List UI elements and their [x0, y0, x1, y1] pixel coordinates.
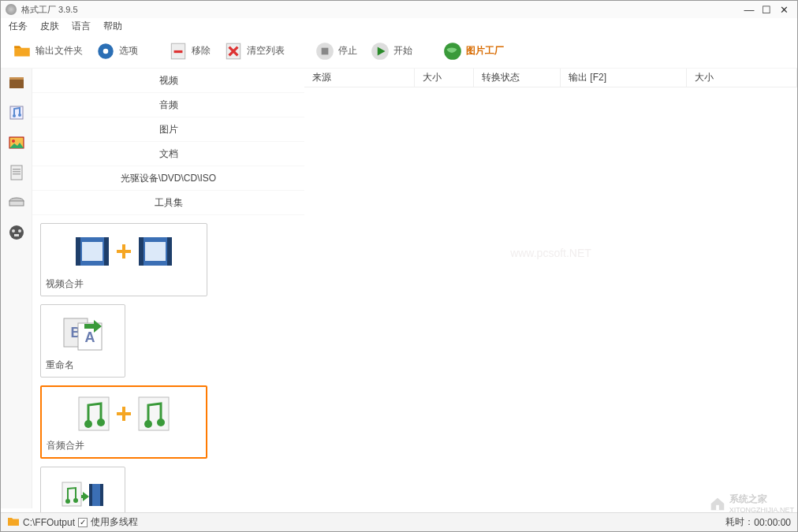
folder-small-icon: [7, 515, 20, 529]
col-source[interactable]: 来源: [304, 69, 415, 87]
app-icon: [6, 4, 17, 15]
clear-list-button[interactable]: 清空列表: [220, 39, 288, 63]
svg-rect-21: [9, 201, 24, 206]
col-state[interactable]: 转换状态: [474, 69, 561, 87]
svg-rect-33: [145, 242, 166, 261]
mux-icon: [46, 472, 120, 518]
house-icon: [709, 495, 726, 512]
category-list: 视频 音频 图片 文档 光驱设备\DVD\CD\ISO 工具集: [32, 69, 304, 215]
picture-category-icon[interactable]: [7, 133, 26, 152]
svg-rect-41: [139, 397, 169, 430]
svg-point-12: [13, 114, 16, 117]
folder-icon: [12, 41, 32, 61]
svg-rect-32: [167, 237, 172, 266]
svg-rect-18: [13, 171, 21, 173]
elapsed-label: 耗时：: [725, 515, 754, 529]
output-path[interactable]: C:\FFOutput: [23, 517, 75, 528]
multithread-checkbox[interactable]: [78, 518, 88, 527]
svg-point-1: [103, 48, 109, 54]
left-icon-bar: [1, 69, 32, 508]
watermark-center: www.pcsoft.NET: [510, 247, 591, 259]
svg-rect-29: [82, 242, 103, 261]
window-title: 格式工厂 3.9.5: [21, 4, 740, 16]
file-list-panel: 来源 大小 转换状态 输出 [F2] 大小 www.pcsoft.NET: [304, 69, 797, 508]
title-bar: 格式工厂 3.9.5 — ☐ ✕: [1, 1, 797, 18]
col-size[interactable]: 大小: [415, 69, 474, 87]
close-button[interactable]: ✕: [775, 2, 792, 17]
table-header: 来源 大小 转换状态 输出 [F2] 大小: [304, 69, 797, 87]
menu-task[interactable]: 任务: [9, 20, 28, 33]
menu-help[interactable]: 帮助: [103, 20, 122, 33]
play-icon: [370, 41, 390, 61]
main-area: 视频 音频 图片 文档 光驱设备\DVD\CD\ISO 工具集 视频合并 BA …: [1, 69, 797, 508]
svg-text:A: A: [85, 329, 95, 345]
options-button[interactable]: 选项: [92, 39, 141, 63]
tool-rename[interactable]: BA 重命名: [40, 304, 125, 378]
menu-language[interactable]: 语言: [72, 20, 91, 33]
svg-rect-19: [13, 173, 21, 175]
tools-grid: 视频合并 BA 重命名 音频合并 混流: [32, 215, 304, 532]
rename-icon: BA: [46, 310, 120, 355]
tool-video-merge-label: 视频合并: [46, 274, 202, 291]
options-label: 选项: [119, 44, 138, 58]
watermark-corner: 系统之家 XITONGZHIJIA.NET: [709, 493, 794, 514]
tool-audio-merge[interactable]: 音频合并: [40, 385, 207, 459]
status-bar: C:\FFOutput 使用多线程 耗时： 00:00:00: [1, 512, 797, 531]
watermark-corner-text: 系统之家: [729, 493, 794, 506]
elapsed-value: 00:00:00: [754, 517, 791, 528]
picture-factory-label: 图片工厂: [466, 44, 504, 58]
category-video[interactable]: 视频: [32, 69, 304, 93]
output-folder-button[interactable]: 输出文件夹: [9, 39, 86, 63]
multithread-label: 使用多线程: [91, 515, 138, 529]
col-output[interactable]: 输出 [F2]: [561, 69, 687, 87]
document-category-icon[interactable]: [7, 163, 26, 182]
tool-video-merge[interactable]: 视频合并: [40, 223, 207, 296]
tool-audio-merge-label: 音频合并: [47, 436, 201, 452]
stop-button[interactable]: 停止: [311, 39, 360, 63]
clear-icon: [223, 41, 244, 61]
audio-merge-icon: [47, 392, 201, 436]
remove-icon: [168, 41, 188, 61]
svg-rect-48: [89, 484, 92, 506]
svg-rect-25: [14, 234, 19, 236]
svg-rect-44: [62, 482, 81, 506]
toolkit-category-icon[interactable]: [7, 223, 26, 242]
stop-icon: [315, 41, 335, 61]
svg-point-13: [18, 113, 21, 117]
svg-point-15: [12, 140, 15, 143]
category-audio[interactable]: 音频: [32, 93, 304, 117]
video-category-icon[interactable]: [7, 73, 26, 92]
start-button[interactable]: 开始: [367, 39, 416, 63]
svg-point-40: [97, 419, 105, 426]
output-folder-label: 输出文件夹: [35, 44, 83, 58]
svg-rect-6: [322, 47, 329, 54]
svg-point-46: [73, 498, 78, 503]
disc-category-icon[interactable]: [7, 193, 26, 212]
tool-rename-label: 重命名: [46, 355, 120, 372]
category-toolkit[interactable]: 工具集: [32, 191, 304, 215]
category-optical[interactable]: 光驱设备\DVD\CD\ISO: [32, 166, 304, 191]
gear-icon: [95, 41, 116, 61]
menu-skin[interactable]: 皮肤: [40, 20, 59, 33]
audio-category-icon[interactable]: [7, 103, 26, 122]
svg-rect-3: [174, 50, 183, 52]
stop-label: 停止: [338, 44, 357, 58]
picture-factory-button[interactable]: 图片工厂: [439, 39, 507, 63]
category-picture[interactable]: 图片: [32, 117, 304, 142]
category-document[interactable]: 文档: [32, 142, 304, 166]
svg-point-39: [84, 420, 92, 428]
toolbar: 输出文件夹 选项 移除 清空列表 停止 开始 图片工厂: [1, 34, 797, 69]
col-size2[interactable]: 大小: [687, 69, 797, 87]
menu-bar: 任务 皮肤 语言 帮助: [1, 18, 797, 34]
svg-point-23: [12, 229, 15, 233]
svg-point-45: [65, 499, 70, 504]
svg-rect-54: [716, 504, 719, 509]
svg-rect-16: [11, 166, 22, 180]
minimize-button[interactable]: —: [740, 2, 758, 17]
maximize-button[interactable]: ☐: [758, 2, 775, 17]
svg-point-24: [18, 229, 21, 233]
svg-rect-17: [13, 169, 21, 170]
center-panel: 视频 音频 图片 文档 光驱设备\DVD\CD\ISO 工具集 视频合并 BA …: [32, 69, 304, 508]
remove-button[interactable]: 移除: [165, 39, 214, 63]
svg-rect-28: [104, 237, 109, 266]
